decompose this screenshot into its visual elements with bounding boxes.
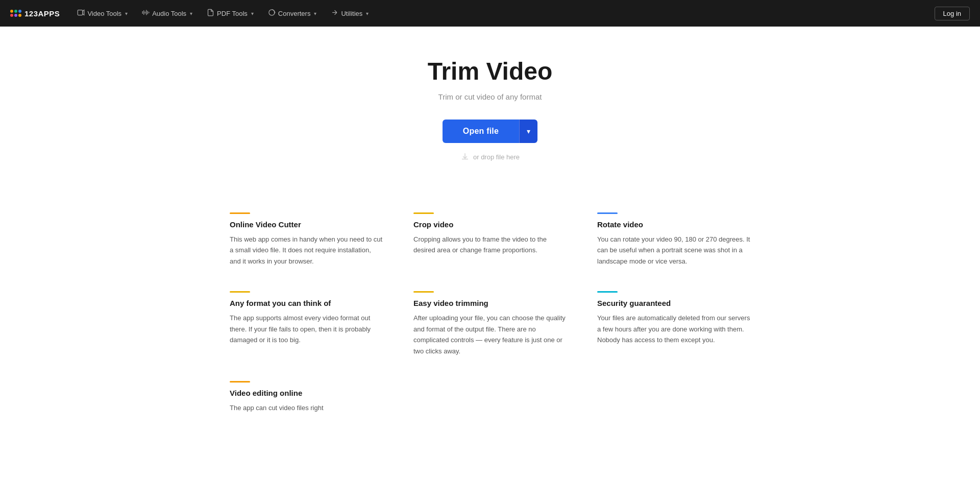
video-icon xyxy=(77,9,85,18)
chevron-down-icon: ▾ xyxy=(527,127,530,135)
feature-description: This web app comes in handy when you nee… xyxy=(230,234,383,267)
chevron-down-icon: ▾ xyxy=(190,11,192,16)
open-file-container: Open file ▾ xyxy=(10,120,970,152)
chevron-down-icon: ▾ xyxy=(251,11,254,16)
feature-border xyxy=(413,291,434,293)
nav-right: Log in xyxy=(935,7,970,20)
feature-description: You can rotate your video 90, 180 or 270… xyxy=(597,234,750,267)
feature-security: Security guaranteed Your files are autom… xyxy=(597,291,750,356)
feature-rotate-video: Rotate video You can rotate your video 9… xyxy=(597,212,750,267)
hero-subtitle: Trim or cut video of any format xyxy=(10,92,970,101)
feature-border xyxy=(230,212,250,214)
login-button[interactable]: Log in xyxy=(935,7,970,20)
feature-easy-trimming: Easy video trimming After uploading your… xyxy=(413,291,567,356)
navbar: 123APPS Video Tools ▾ Audio Tools ▾ xyxy=(0,0,980,27)
download-icon xyxy=(460,152,470,161)
feature-online-video-cutter: Online Video Cutter This web app comes i… xyxy=(230,212,383,267)
open-file-dropdown-button[interactable]: ▾ xyxy=(519,120,537,143)
feature-title: Security guaranteed xyxy=(597,299,750,307)
feature-title: Easy video trimming xyxy=(413,299,567,307)
feature-title: Online Video Cutter xyxy=(230,220,383,229)
svg-line-11 xyxy=(335,13,337,15)
utilities-icon xyxy=(331,9,338,18)
feature-any-format: Any format you can think of The app supp… xyxy=(230,291,383,356)
drop-file-hint: or drop file here xyxy=(10,152,970,161)
feature-description: The app can cut video files right xyxy=(230,402,383,413)
converters-icon xyxy=(268,9,276,18)
logo-dots xyxy=(10,10,21,17)
audio-icon xyxy=(142,9,150,18)
nav-item-utilities[interactable]: Utilities ▾ xyxy=(326,6,374,21)
pdf-icon xyxy=(207,9,214,18)
feature-title: Crop video xyxy=(413,220,567,229)
feature-description: Cropping allows you to frame the video t… xyxy=(413,234,567,256)
feature-border xyxy=(230,291,250,293)
feature-border xyxy=(413,212,434,214)
feature-description: Your files are automatically deleted fro… xyxy=(597,313,750,345)
nav-item-converters[interactable]: Converters ▾ xyxy=(263,6,322,21)
open-file-button[interactable]: Open file xyxy=(443,120,519,143)
hero-section: Trim Video Trim or cut video of any form… xyxy=(0,27,980,182)
svg-line-10 xyxy=(335,10,337,12)
chevron-down-icon: ▾ xyxy=(314,11,316,16)
feature-video-editing: Video editing online The app can cut vid… xyxy=(230,381,383,413)
feature-crop-video: Crop video Cropping allows you to frame … xyxy=(413,212,567,267)
features-grid: Online Video Cutter This web app comes i… xyxy=(209,212,771,455)
nav-item-audio-tools[interactable]: Audio Tools ▾ xyxy=(137,6,198,21)
chevron-down-icon: ▾ xyxy=(366,11,369,16)
nav-item-pdf-tools[interactable]: PDF Tools ▾ xyxy=(202,6,259,21)
open-file-wrap: Open file ▾ xyxy=(443,120,537,143)
feature-title: Rotate video xyxy=(597,220,750,229)
feature-description: After uploading your file, you can choos… xyxy=(413,313,567,356)
feature-title: Video editing online xyxy=(230,389,383,397)
svg-rect-0 xyxy=(78,10,83,15)
feature-title: Any format you can think of xyxy=(230,299,383,307)
chevron-down-icon: ▾ xyxy=(125,11,128,16)
feature-border xyxy=(230,381,250,383)
svg-marker-1 xyxy=(83,10,84,15)
feature-border xyxy=(597,212,618,214)
logo[interactable]: 123APPS xyxy=(10,9,60,18)
logo-text: 123APPS xyxy=(24,9,60,18)
feature-border xyxy=(597,291,618,293)
feature-description: The app supports almost every video form… xyxy=(230,313,383,345)
nav-item-video-tools[interactable]: Video Tools ▾ xyxy=(72,6,133,21)
page-title: Trim Video xyxy=(10,57,970,85)
